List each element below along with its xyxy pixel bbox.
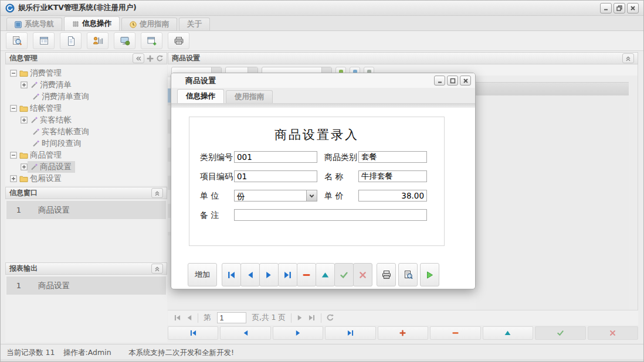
- collapse-up-button[interactable]: [151, 188, 163, 198]
- next-record-button[interactable]: [259, 263, 279, 286]
- tree-item-label: 消费清单: [40, 80, 72, 90]
- chevron-down-icon[interactable]: [306, 190, 317, 201]
- printer-button[interactable]: [168, 32, 189, 49]
- item-code-input[interactable]: [234, 170, 317, 182]
- expand-toggle-icon[interactable]: [10, 175, 17, 182]
- dialog-minimize-button[interactable]: [434, 76, 445, 86]
- list-item[interactable]: 1 商品设置: [6, 276, 166, 295]
- tree-item-consumption-list[interactable]: 消费清单: [5, 79, 167, 91]
- panel-title: 商品设置: [172, 53, 200, 63]
- tree-item-guest-billing[interactable]: 宾客结帐: [5, 114, 167, 126]
- dialog-close-button[interactable]: [460, 76, 471, 86]
- post-record-nav-button[interactable]: [535, 326, 585, 340]
- collapse-left-button[interactable]: [133, 53, 144, 63]
- pagination-bar: 第 页,共 1 页: [168, 310, 638, 325]
- last-page-button[interactable]: [306, 312, 318, 324]
- edit-record-nav-button[interactable]: [483, 326, 533, 340]
- expand-toggle-icon[interactable]: [21, 81, 28, 88]
- tree-item-billing-management[interactable]: 结帐管理: [5, 103, 167, 114]
- unit-combo[interactable]: 份: [234, 190, 317, 202]
- edit-record-button[interactable]: [316, 263, 335, 286]
- add-record-button[interactable]: 增加: [188, 263, 217, 286]
- page-number-input[interactable]: [217, 312, 246, 323]
- dialog-title-bar[interactable]: 商品设置: [171, 73, 475, 88]
- collapse-toggle-icon[interactable]: [10, 105, 17, 112]
- wand-icon: [30, 81, 38, 89]
- delete-record-nav-button[interactable]: [430, 326, 480, 340]
- dialog-tab-strip: 信息操作 使用指南: [171, 88, 475, 103]
- new-document-button[interactable]: [60, 32, 82, 49]
- name-input[interactable]: [358, 170, 427, 182]
- menu-tab-label: 信息操作: [82, 19, 111, 29]
- prev-record-button[interactable]: [240, 263, 260, 286]
- report-output-header: 报表输出: [5, 262, 167, 275]
- menu-tab-system-navigation[interactable]: 系统导航: [6, 18, 62, 30]
- list-item[interactable]: 1 商品设置: [6, 201, 166, 219]
- tree-item-consumption-management[interactable]: 消费管理: [5, 67, 167, 79]
- next-page-button[interactable]: [294, 312, 306, 324]
- dialog-tab-label: 信息操作: [186, 91, 215, 101]
- close-button[interactable]: [627, 3, 639, 13]
- user-report-button[interactable]: [87, 32, 109, 49]
- collapse-toggle-icon[interactable]: [10, 70, 17, 77]
- dialog-tab-user-guide[interactable]: 使用指南: [226, 90, 273, 103]
- refresh-button[interactable]: [324, 312, 336, 324]
- unit-price-input[interactable]: [358, 190, 427, 202]
- status-bar: 当前记录数 11 操作者:Admin 本系统支持二次开发和全新开发!: [1, 344, 643, 360]
- info-window-panel: 信息窗口 1 商品设置: [5, 187, 167, 262]
- first-page-button[interactable]: [171, 312, 183, 324]
- collapse-up-button[interactable]: [151, 264, 163, 274]
- next-record-nav-button[interactable]: [273, 326, 323, 340]
- print-preview-button[interactable]: [398, 263, 418, 286]
- print-button[interactable]: [377, 263, 396, 286]
- product-category-input[interactable]: [358, 151, 427, 163]
- tree-item-consumption-list-query[interactable]: 消费清单查询: [5, 91, 167, 103]
- menu-tab-user-guide[interactable]: 使用指南: [121, 18, 177, 30]
- form-view-button[interactable]: [33, 32, 55, 49]
- cancel-record-button[interactable]: [353, 263, 372, 286]
- dialog-title: 商品设置: [185, 76, 432, 86]
- menu-tab-info-operation[interactable]: 信息操作: [64, 16, 120, 30]
- panel-title: 信息窗口: [9, 188, 38, 198]
- menu-tab-about[interactable]: 关于: [179, 18, 210, 30]
- category-code-input[interactable]: [234, 151, 317, 163]
- menu-tab-label: 关于: [187, 19, 202, 29]
- window-add-button[interactable]: [141, 32, 162, 49]
- last-record-nav-button[interactable]: [325, 326, 375, 340]
- minimize-button[interactable]: [600, 3, 612, 13]
- first-record-button[interactable]: [222, 263, 241, 286]
- collapse-toggle-icon[interactable]: [10, 152, 17, 159]
- refresh-tree-icon[interactable]: [156, 55, 163, 62]
- dialog-maximize-button[interactable]: [447, 76, 458, 86]
- cancel-record-nav-button[interactable]: [588, 326, 638, 340]
- tree-item-room-settings[interactable]: 包厢设置: [5, 173, 167, 185]
- prev-record-nav-button[interactable]: [220, 326, 270, 340]
- name-label: 名 称: [324, 172, 343, 182]
- last-record-button[interactable]: [278, 263, 297, 286]
- search-document-button[interactable]: [6, 32, 28, 49]
- remark-input[interactable]: [234, 209, 427, 221]
- menu-bar: 系统导航 信息操作 使用指南 关于: [1, 16, 643, 31]
- panel-title: 信息管理: [9, 53, 38, 63]
- expand-toggle-icon[interactable]: [21, 117, 28, 124]
- delete-record-button[interactable]: [297, 263, 316, 286]
- operator-status: 操作者:Admin: [63, 348, 111, 358]
- first-record-nav-button[interactable]: [168, 326, 218, 340]
- add-record-nav-button[interactable]: [378, 326, 428, 340]
- tree-item-product-management[interactable]: 商品管理: [5, 149, 167, 161]
- dialog-tab-info-operation[interactable]: 信息操作: [177, 89, 224, 103]
- prev-page-button[interactable]: [183, 312, 195, 324]
- wand-icon: [32, 93, 40, 101]
- tree-item-product-settings[interactable]: 商品设置: [5, 161, 167, 173]
- search-document-icon: [12, 36, 22, 46]
- tree-item-guest-billing-query[interactable]: 宾客结帐查询: [5, 126, 167, 138]
- restore-button[interactable]: [614, 3, 625, 13]
- run-button[interactable]: [420, 263, 439, 286]
- post-record-button[interactable]: [334, 263, 354, 286]
- tree-item-time-period-query[interactable]: 时间段查询: [5, 138, 167, 149]
- expand-toggle-icon[interactable]: [21, 163, 28, 170]
- collapse-up-button[interactable]: [622, 53, 634, 63]
- expand-all-icon[interactable]: [147, 55, 154, 62]
- dialog-tab-label: 使用指南: [235, 92, 264, 102]
- screen-display-button[interactable]: [114, 32, 135, 49]
